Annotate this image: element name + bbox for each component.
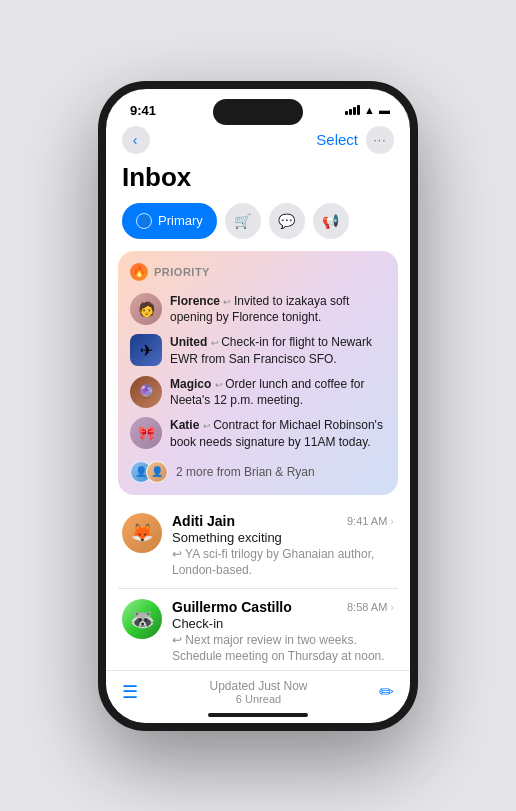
phone-screen: 9:41 ▲ ▬ ‹ Select ··· xyxy=(106,89,410,723)
priority-item-katie[interactable]: 🎀 Katie ↩︎ Contract for Michael Robinson… xyxy=(130,413,386,455)
primary-tab-icon: 👤 xyxy=(136,213,152,229)
email-row-guillermo[interactable]: 🦝 Guillermo Castillo 8:58 AM › Check-in … xyxy=(118,589,398,675)
signal-bar-2 xyxy=(349,109,352,115)
email-content-guillermo: Guillermo Castillo 8:58 AM › Check-in ↩︎… xyxy=(172,599,394,664)
back-chevron-icon: ‹ xyxy=(133,132,138,148)
compose-icon[interactable]: ☰ xyxy=(122,681,138,703)
summary-icon-katie: ↩︎ xyxy=(203,421,214,431)
category-tabs: 👤 Primary 🛒 💬 📢 xyxy=(106,203,410,251)
flame-emoji: 🔥 xyxy=(133,266,145,277)
priority-item-florence[interactable]: 🧑 Florence ↩︎ Invited to izakaya soft op… xyxy=(130,289,386,331)
tab-primary-label: Primary xyxy=(158,213,203,228)
nav-actions: Select ··· xyxy=(316,126,394,154)
priority-card: 🔥 PRIORITY 🧑 Florence ↩︎ Invited to izak… xyxy=(118,251,398,495)
signal-bar-3 xyxy=(353,107,356,115)
priority-sender-katie: Katie xyxy=(170,418,199,432)
email-preview-guillermo: ↩︎ Next major review in two weeks. Sched… xyxy=(172,632,394,664)
priority-sender-florence: Florence xyxy=(170,294,220,308)
home-indicator xyxy=(208,713,308,717)
priority-label: PRIORITY xyxy=(154,266,210,278)
email-sender-guillermo: Guillermo Castillo xyxy=(172,599,292,615)
social-icon: 💬 xyxy=(278,213,295,229)
email-chevron-aditi: › xyxy=(390,515,394,527)
email-content-aditi: Aditi Jain 9:41 AM › Something exciting … xyxy=(172,513,394,578)
priority-item-magico[interactable]: 🔮 Magico ↩︎ Order lunch and coffee for N… xyxy=(130,372,386,414)
tab-promotions[interactable]: 📢 xyxy=(313,203,349,239)
status-icons: ▲ ▬ xyxy=(345,104,390,116)
more-button[interactable]: ··· xyxy=(366,126,394,154)
priority-item-united[interactable]: ✈ United ↩︎ Check-in for flight to Newar… xyxy=(130,330,386,372)
email-chevron-guillermo: › xyxy=(390,601,394,613)
summary-icon-florence: ↩︎ xyxy=(223,297,234,307)
nav-bar: ‹ Select ··· xyxy=(106,122,410,162)
avatar-magico: 🔮 xyxy=(130,376,162,408)
back-button[interactable]: ‹ xyxy=(122,126,150,154)
avatar-united: ✈ xyxy=(130,334,162,366)
priority-sender-magico: Magico xyxy=(170,377,211,391)
more-avatar-2: 👤 xyxy=(146,461,168,483)
page-title: Inbox xyxy=(106,162,410,203)
avatar-aditi: 🦊 xyxy=(122,513,162,553)
avatar-katie: 🎀 xyxy=(130,417,162,449)
signal-bar-4 xyxy=(357,105,360,115)
signal-icon xyxy=(345,105,360,115)
priority-text-florence: Florence ↩︎ Invited to izakaya soft open… xyxy=(170,293,386,327)
email-subject-guillermo: Check-in xyxy=(172,616,394,631)
priority-text-magico: Magico ↩︎ Order lunch and coffee for Nee… xyxy=(170,376,386,410)
shopping-icon: 🛒 xyxy=(234,213,251,229)
summary-icon-united: ↩︎ xyxy=(211,338,222,348)
promotions-icon: 📢 xyxy=(322,213,339,229)
phone-frame: 9:41 ▲ ▬ ‹ Select ··· xyxy=(98,81,418,731)
more-avatars: 👤 👤 xyxy=(130,461,168,483)
tab-primary[interactable]: 👤 Primary xyxy=(122,203,217,239)
select-button[interactable]: Select xyxy=(316,131,358,148)
priority-text-katie: Katie ↩︎ Contract for Michael Robinson's… xyxy=(170,417,386,451)
more-icon: ··· xyxy=(373,133,386,147)
avatar-guillermo: 🦝 xyxy=(122,599,162,639)
email-preview-aditi: ↩︎ YA sci-fi trilogy by Ghanaian author,… xyxy=(172,546,394,578)
email-time-row-guillermo: 8:58 AM › xyxy=(347,601,394,613)
tab-shopping[interactable]: 🛒 xyxy=(225,203,261,239)
priority-sender-united: United xyxy=(170,335,207,349)
email-header-aditi: Aditi Jain 9:41 AM › xyxy=(172,513,394,529)
priority-header: 🔥 PRIORITY xyxy=(130,263,386,281)
battery-icon: ▬ xyxy=(379,104,390,116)
email-subject-aditi: Something exciting xyxy=(172,530,394,545)
email-sender-aditi: Aditi Jain xyxy=(172,513,235,529)
edit-icon[interactable]: ✏ xyxy=(379,681,394,703)
email-header-guillermo: Guillermo Castillo 8:58 AM › xyxy=(172,599,394,615)
wifi-icon: ▲ xyxy=(364,104,375,116)
person-icon: 👤 xyxy=(139,216,150,226)
signal-bar-1 xyxy=(345,111,348,115)
avatar-florence: 🧑 xyxy=(130,293,162,325)
email-row-aditi[interactable]: 🦊 Aditi Jain 9:41 AM › Something excitin… xyxy=(118,503,398,589)
priority-flame-icon: 🔥 xyxy=(130,263,148,281)
tab-social[interactable]: 💬 xyxy=(269,203,305,239)
email-time-aditi: 9:41 AM xyxy=(347,515,387,527)
email-time-guillermo: 8:58 AM xyxy=(347,601,387,613)
more-row[interactable]: 👤 👤 2 more from Brian & Ryan xyxy=(130,455,386,483)
bottom-center: Updated Just Now 6 Unread xyxy=(209,679,307,705)
summary-icon-magico: ↩︎ xyxy=(215,380,226,390)
priority-text-united: United ↩︎ Check-in for flight to Newark … xyxy=(170,334,386,368)
status-time: 9:41 xyxy=(130,103,156,118)
dynamic-island xyxy=(213,99,303,125)
updated-label: Updated Just Now xyxy=(209,679,307,693)
email-list[interactable]: 🔥 PRIORITY 🧑 Florence ↩︎ Invited to izak… xyxy=(106,251,410,720)
unread-label: 6 Unread xyxy=(209,693,307,705)
email-time-row-aditi: 9:41 AM › xyxy=(347,515,394,527)
more-label: 2 more from Brian & Ryan xyxy=(176,465,315,479)
